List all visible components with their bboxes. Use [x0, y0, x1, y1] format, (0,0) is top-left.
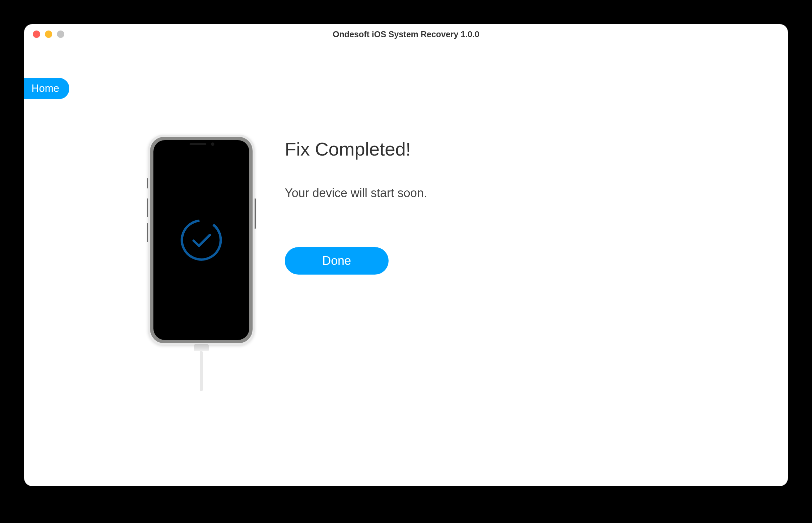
phone-illustration-column — [148, 135, 254, 351]
status-subtext: Your device will start soon. — [285, 186, 427, 200]
done-button[interactable]: Done — [285, 247, 389, 274]
maximize-window-button[interactable] — [57, 31, 64, 38]
checkmark-icon — [180, 218, 223, 262]
home-button[interactable]: Home — [24, 78, 69, 99]
text-column: Fix Completed! Your device will start so… — [285, 135, 427, 351]
cable-illustration — [194, 344, 209, 351]
close-window-button[interactable] — [33, 31, 40, 38]
minimize-window-button[interactable] — [45, 31, 52, 38]
svg-point-0 — [180, 218, 223, 262]
phone-illustration — [148, 135, 254, 345]
status-heading: Fix Completed! — [285, 138, 427, 160]
app-window: Ondesoft iOS System Recovery 1.0.0 Home — [24, 24, 788, 486]
traffic-lights — [24, 31, 64, 38]
titlebar: Ondesoft iOS System Recovery 1.0.0 — [24, 24, 788, 44]
window-title: Ondesoft iOS System Recovery 1.0.0 — [24, 30, 788, 39]
content-area: Fix Completed! Your device will start so… — [24, 44, 788, 351]
